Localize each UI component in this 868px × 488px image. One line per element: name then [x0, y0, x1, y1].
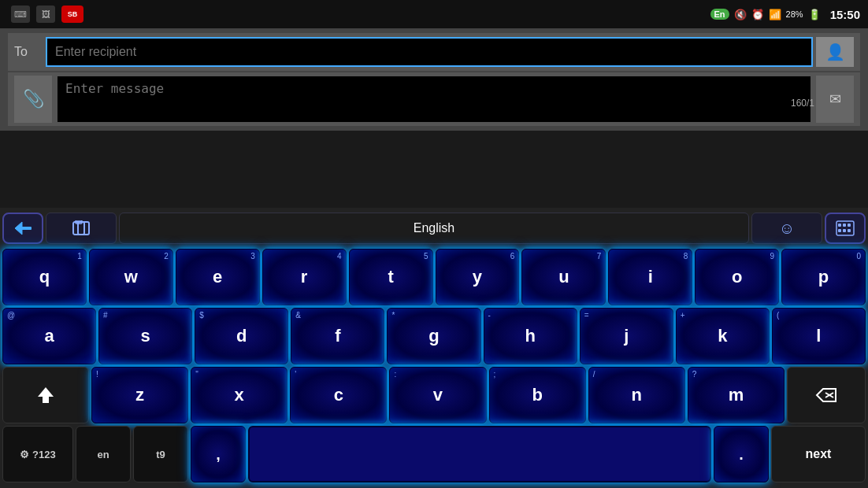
svg-rect-10	[843, 229, 846, 232]
recipient-input[interactable]	[46, 37, 813, 67]
key-l[interactable]: (l	[772, 308, 866, 364]
comma-key[interactable]: ,	[191, 426, 246, 482]
message-input[interactable]	[57, 76, 811, 123]
key-w[interactable]: 2w	[89, 249, 173, 305]
keyboard-row-1: 1q2w3e4r5t6y7u8i9o0p	[2, 249, 866, 305]
shift-key[interactable]	[2, 367, 89, 423]
messaging-area: To 👤 📎 ✉ 160/1	[0, 28, 868, 131]
send-button[interactable]: ✉	[816, 76, 854, 123]
status-left-icons: ⌨ 🖼 SB	[11, 6, 83, 23]
svg-rect-1	[21, 227, 32, 230]
char-count: 160/1	[791, 98, 814, 109]
layout-button[interactable]	[825, 213, 866, 244]
keyboard-row-2: @a#s$d&f*g-h=j+k(l	[2, 308, 866, 364]
svg-rect-5	[836, 221, 854, 235]
battery-icon: 🔋	[808, 9, 821, 20]
key-f[interactable]: &f	[291, 308, 384, 364]
key-m[interactable]: ?m	[688, 367, 785, 423]
battery-text: 28%	[786, 9, 803, 19]
svg-rect-8	[848, 224, 851, 227]
key-r[interactable]: 4r	[262, 249, 347, 305]
sym123-key[interactable]: ⚙ ?123	[2, 426, 73, 482]
svg-rect-11	[848, 229, 851, 232]
signal-icon: 📶	[769, 9, 781, 20]
en-key[interactable]: EN	[76, 426, 131, 482]
period-key[interactable]: .	[714, 426, 769, 482]
key-y[interactable]: 6y	[436, 249, 520, 305]
key-c[interactable]: 'c	[290, 367, 387, 423]
silent-icon: 🔇	[734, 9, 747, 20]
keyboard-icon: ⌨	[11, 6, 30, 23]
svg-marker-13	[817, 389, 836, 401]
key-g[interactable]: *g	[387, 308, 480, 364]
key-i[interactable]: 8i	[608, 249, 692, 305]
message-field-row: 📎 ✉	[8, 72, 860, 126]
to-label: To	[14, 45, 46, 59]
language-button[interactable]: English	[119, 213, 749, 244]
key-o[interactable]: 9o	[695, 249, 779, 305]
key-t[interactable]: 5t	[349, 249, 433, 305]
keyboard-row-3: !z"x'c:v;b/n?m	[2, 367, 866, 423]
contact-button[interactable]: 👤	[816, 37, 854, 67]
svg-rect-7	[843, 224, 846, 227]
alarm-icon: ⏰	[751, 9, 764, 20]
key-v[interactable]: :v	[389, 367, 486, 423]
back-button[interactable]	[2, 213, 43, 244]
language-badge: En	[710, 9, 729, 20]
time-display: 15:50	[830, 8, 860, 21]
key-u[interactable]: 7u	[521, 249, 606, 305]
keyboard-toolbar: English ☺	[2, 211, 866, 246]
space-key[interactable]	[248, 426, 711, 482]
key-b[interactable]: ;b	[489, 367, 586, 423]
svg-marker-12	[38, 387, 54, 403]
attach-button[interactable]: 📎	[14, 76, 52, 123]
simply-bridge-icon: SB	[61, 6, 83, 23]
image-icon: 🖼	[36, 6, 55, 23]
key-x[interactable]: "x	[191, 367, 287, 423]
key-p[interactable]: 0p	[781, 249, 866, 305]
key-q[interactable]: 1q	[2, 249, 87, 305]
key-j[interactable]: =j	[580, 308, 673, 364]
status-bar: ⌨ 🖼 SB En 🔇 ⏰ 📶 28% 🔋 15:50	[0, 0, 868, 28]
svg-rect-6	[838, 224, 841, 227]
emoji-button[interactable]: ☺	[751, 213, 822, 244]
t9-key[interactable]: T9	[133, 426, 188, 482]
keyboard-row-4: ⚙ ?123ENT9,.Next	[2, 426, 866, 482]
key-k[interactable]: +k	[676, 308, 770, 364]
key-z[interactable]: !z	[91, 367, 188, 423]
key-s[interactable]: #s	[98, 308, 192, 364]
backspace-key[interactable]	[787, 367, 866, 423]
key-n[interactable]: /n	[588, 367, 685, 423]
svg-rect-9	[838, 229, 841, 232]
key-h[interactable]: -h	[484, 308, 577, 364]
next-key[interactable]: Next	[771, 426, 866, 482]
key-d[interactable]: $d	[195, 308, 288, 364]
keyboard: English ☺ 1q2w3e4r5t6y7u8i9o0p @a#s$d&f*…	[0, 208, 868, 488]
to-field-row: To 👤	[8, 33, 860, 71]
svg-marker-0	[15, 222, 22, 235]
clipboard-button[interactable]	[46, 213, 117, 244]
key-a[interactable]: @a	[2, 308, 96, 364]
key-e[interactable]: 3e	[176, 249, 260, 305]
